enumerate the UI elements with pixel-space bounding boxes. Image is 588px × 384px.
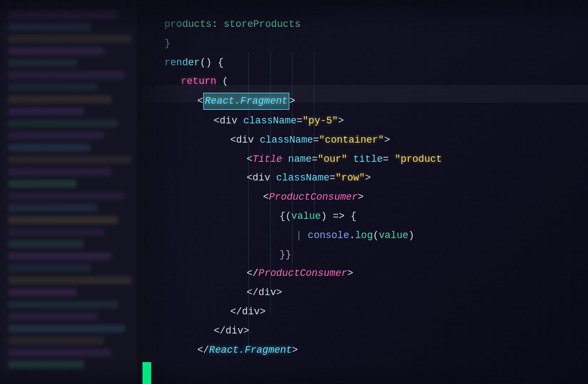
token-classname-py5: className: [243, 113, 296, 129]
token-value-arg: value: [379, 228, 408, 244]
code-line-product-consumer-close: </ ProductConsumer >: [164, 266, 577, 281]
editor-background: products : storeProducts } render () { r…: [0, 0, 588, 384]
token-title-attr: title: [353, 151, 383, 167]
code-line-react-fragment-open: < React.Fragment >: [164, 93, 577, 110]
token-name-attr: name: [288, 151, 312, 167]
code-line-close-div-py5: </div>: [164, 323, 577, 339]
token-react-fragment: React.Fragment: [203, 93, 289, 110]
token-log: log: [355, 228, 373, 244]
token-value-param: value: [292, 208, 321, 224]
code-line-arrow-fn: {( value ) => {: [164, 208, 577, 224]
token-render: render: [164, 55, 200, 71]
token-console: console: [308, 228, 350, 244]
token-product-consumer-close: ProductConsumer: [259, 266, 347, 281]
code-line-close-div-container: </div>: [164, 304, 577, 320]
code-line-return: return (: [164, 74, 577, 89]
token-product-value: "product: [395, 151, 442, 167]
token-classname-row: className: [276, 170, 329, 186]
left-panel-blurred: [0, 0, 153, 384]
token-classname-container: className: [260, 132, 313, 148]
code-line-title: < Title name = "our" title = "product: [164, 151, 577, 167]
code-line-react-fragment-close: </ React.Fragment >: [164, 342, 577, 358]
code-line-close-brace: }: [164, 36, 577, 52]
token-react-fragment-close: React.Fragment: [209, 342, 292, 358]
token-storeproducts: storeProducts: [224, 16, 300, 32]
token-product-consumer-open: ProductConsumer: [269, 189, 358, 205]
green-accent-decoration: [142, 362, 151, 384]
code-line-render: render () {: [164, 55, 577, 71]
code-line-products: products : storeProducts: [164, 16, 577, 32]
code-editor-main: products : storeProducts } render () { r…: [142, 0, 588, 384]
code-line-div-container: <div className = "container" >: [164, 132, 577, 148]
code-line-product-consumer-open: < ProductConsumer >: [164, 189, 577, 205]
token-products-key: products: [164, 16, 212, 32]
token-return: return: [181, 74, 216, 89]
code-line-console-log: | console . log ( value ): [164, 228, 577, 244]
token-title-component: Title: [253, 151, 282, 167]
code-line-close-div-row: </div>: [164, 285, 577, 301]
code-line-div-py5: <div className = "py-5" >: [164, 113, 577, 129]
code-line-div-row: <div className = "row" >: [164, 170, 577, 186]
code-line-close-arrow: }}: [164, 247, 577, 263]
